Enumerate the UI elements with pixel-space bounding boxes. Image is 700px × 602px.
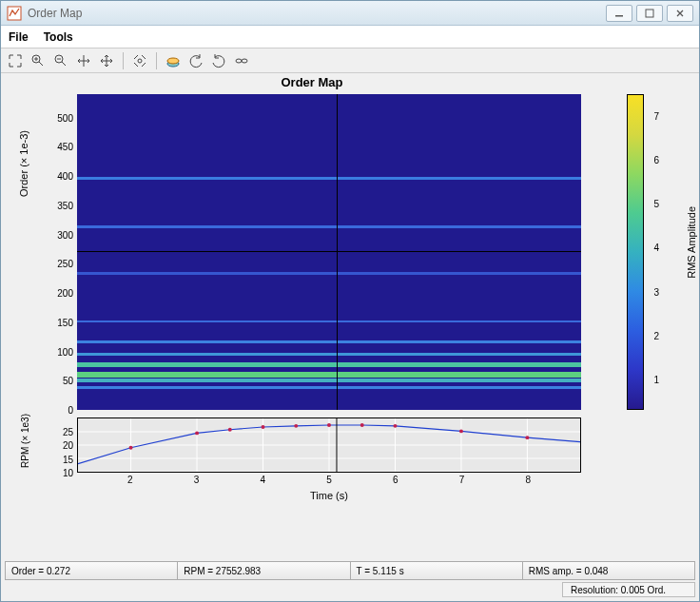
colorbar-label: RMS Amplitude [686, 206, 697, 279]
status-rms: RMS amp. = 0.048 [523, 562, 694, 579]
rpm-plot[interactable] [77, 418, 581, 473]
status-order: Order = 0.272 [6, 562, 178, 579]
svg-point-23 [228, 428, 232, 432]
svg-point-26 [327, 423, 331, 427]
chart-title: Order Map [1, 75, 623, 89]
svg-point-22 [195, 431, 199, 435]
menu-file[interactable]: File [9, 30, 29, 44]
close-button[interactable] [667, 5, 693, 22]
svg-point-9 [242, 59, 247, 63]
expand-icon[interactable] [7, 52, 24, 69]
svg-point-29 [459, 430, 463, 434]
figure-area: Order Map Order (× 1e-3) 050100150200250… [1, 73, 699, 559]
y-axis-ticks: 050100150200250300350400450500 [41, 94, 73, 410]
toolbar [1, 49, 699, 73]
minimize-button[interactable] [606, 5, 632, 22]
svg-point-25 [294, 424, 298, 428]
svg-point-7 [167, 58, 179, 64]
menubar: File Tools [1, 26, 699, 49]
colormap-icon[interactable] [165, 52, 182, 69]
status-rpm: RPM = 27552.983 [178, 562, 350, 579]
rotate-fwd-icon[interactable] [210, 52, 227, 69]
resolution-box: Resolution: 0.005 Ord. [562, 582, 695, 597]
colorbar-ticks: 1234567 [646, 94, 659, 410]
resolution-row: Resolution: 0.005 Ord. [1, 582, 699, 601]
rotate-back-icon[interactable] [187, 52, 204, 69]
link-icon[interactable] [233, 52, 250, 69]
x-axis-ticks: 2345678 [77, 475, 581, 488]
app-icon [7, 6, 22, 21]
status-time: T = 5.115 s [351, 562, 523, 579]
order-map-heatmap[interactable] [77, 94, 581, 410]
svg-point-28 [393, 424, 397, 428]
svg-rect-2 [646, 10, 653, 17]
window-title: Order Map [28, 7, 606, 20]
rpm-y-axis-label: RPM (× 1e3) [20, 414, 30, 468]
toolbar-separator [123, 52, 124, 69]
colorbar[interactable] [627, 94, 644, 410]
y-axis-label: Order (× 1e-3) [18, 130, 29, 197]
rpm-y-ticks: 10152025 [41, 418, 73, 473]
pan-icon[interactable] [98, 52, 115, 69]
window: Order Map File Tools Order Map Order (× … [0, 0, 700, 602]
svg-point-21 [129, 446, 133, 450]
status-bar: Order = 0.272 RPM = 27552.983 T = 5.115 … [5, 561, 695, 580]
svg-point-24 [262, 425, 265, 429]
titlebar[interactable]: Order Map [1, 1, 699, 26]
fit-icon[interactable] [131, 52, 148, 69]
svg-point-5 [138, 59, 142, 63]
toolbar-separator [156, 52, 157, 69]
zoom-xy-icon[interactable] [75, 52, 92, 69]
x-axis-label: Time (s) [77, 490, 581, 501]
svg-point-30 [525, 436, 529, 439]
menu-tools[interactable]: Tools [44, 30, 73, 44]
maximize-button[interactable] [636, 5, 663, 22]
svg-point-27 [360, 423, 364, 427]
svg-rect-1 [615, 15, 623, 17]
zoom-in-icon[interactable] [29, 52, 47, 69]
zoom-out-icon[interactable] [52, 52, 69, 69]
svg-point-8 [236, 59, 242, 63]
